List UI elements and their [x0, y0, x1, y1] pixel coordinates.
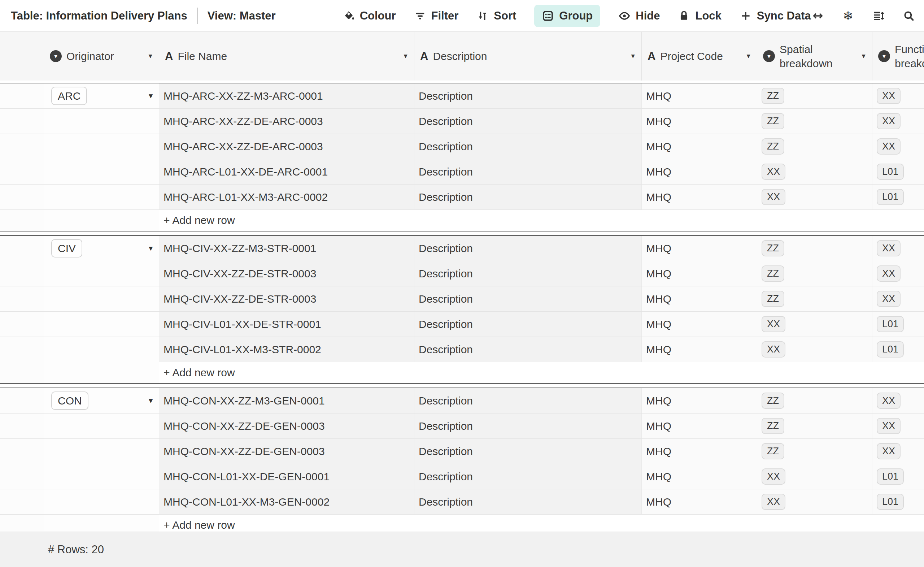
functional-breakdown-cell[interactable]: XX	[872, 388, 924, 413]
functional-breakdown-cell[interactable]: XX	[872, 236, 924, 261]
functional-breakdown-cell[interactable]: XX	[872, 134, 924, 159]
spatial-breakdown-cell[interactable]: XX	[757, 464, 872, 489]
originator-cell[interactable]	[44, 185, 159, 209]
project-code-cell[interactable]: MHQ	[642, 286, 757, 311]
row-gutter[interactable]	[0, 236, 44, 261]
row-gutter[interactable]	[0, 337, 44, 362]
freeze-button[interactable]: ❄	[842, 9, 855, 23]
functional-breakdown-cell[interactable]: L01	[872, 489, 924, 514]
project-code-cell[interactable]: MHQ	[642, 312, 757, 337]
group-collapse-caret[interactable]: ▼	[147, 92, 154, 100]
spatial-breakdown-cell[interactable]: ZZ	[757, 236, 872, 261]
description-cell[interactable]: Description	[414, 286, 642, 311]
sort-button[interactable]: Sort	[476, 9, 516, 23]
column-header-spatial-breakdown[interactable]: ▼ Spatial breakdown ▼	[757, 32, 872, 81]
originator-cell[interactable]: ARC▼	[44, 83, 159, 108]
description-cell[interactable]: Description	[414, 261, 642, 286]
project-code-cell[interactable]: MHQ	[642, 261, 757, 286]
column-menu-caret[interactable]: ▼	[746, 53, 752, 60]
group-value-pill[interactable]: CIV	[51, 239, 82, 258]
file-name-cell[interactable]: MHQ-CON-L01-XX-M3-GEN-0002	[159, 489, 414, 514]
file-name-cell[interactable]: MHQ-ARC-XX-ZZ-DE-ARC-0003	[159, 134, 414, 159]
description-cell[interactable]: Description	[414, 185, 642, 209]
originator-cell[interactable]	[44, 414, 159, 438]
originator-cell[interactable]: CON▼	[44, 388, 159, 413]
spatial-breakdown-cell[interactable]: XX	[757, 489, 872, 514]
description-cell[interactable]: Description	[414, 159, 642, 184]
file-name-cell[interactable]: MHQ-ARC-L01-XX-M3-ARC-0002	[159, 185, 414, 209]
row-gutter[interactable]	[0, 109, 44, 134]
row-gutter[interactable]	[0, 489, 44, 514]
row-gutter[interactable]	[0, 134, 44, 159]
description-cell[interactable]: Description	[414, 134, 642, 159]
originator-cell[interactable]	[44, 337, 159, 362]
file-name-cell[interactable]: MHQ-CIV-L01-XX-DE-STR-0001	[159, 312, 414, 337]
functional-breakdown-cell[interactable]: XX	[872, 414, 924, 438]
file-name-cell[interactable]: MHQ-CON-XX-ZZ-M3-GEN-0001	[159, 388, 414, 413]
spatial-breakdown-cell[interactable]: XX	[757, 337, 872, 362]
file-name-cell[interactable]: MHQ-CIV-XX-ZZ-DE-STR-0003	[159, 286, 414, 311]
search-button[interactable]	[902, 9, 916, 23]
add-new-row-label[interactable]: + Add new row	[159, 362, 924, 383]
row-gutter[interactable]	[0, 439, 44, 464]
project-code-cell[interactable]: MHQ	[642, 489, 757, 514]
description-cell[interactable]: Description	[414, 464, 642, 489]
row-gutter[interactable]	[0, 83, 44, 108]
file-name-cell[interactable]: MHQ-ARC-XX-ZZ-DE-ARC-0003	[159, 109, 414, 134]
project-code-cell[interactable]: MHQ	[642, 439, 757, 464]
functional-breakdown-cell[interactable]: L01	[872, 159, 924, 184]
column-menu-caret[interactable]: ▼	[402, 53, 409, 60]
group-value-pill[interactable]: ARC	[51, 87, 87, 105]
row-gutter[interactable]	[0, 159, 44, 184]
row-gutter[interactable]	[0, 261, 44, 286]
originator-cell[interactable]	[44, 312, 159, 337]
sync-data-button[interactable]: Sync Data	[740, 9, 811, 23]
functional-breakdown-cell[interactable]: XX	[872, 261, 924, 286]
description-cell[interactable]: Description	[414, 337, 642, 362]
add-new-row[interactable]: + Add new row	[0, 210, 924, 231]
project-code-cell[interactable]: MHQ	[642, 83, 757, 108]
functional-breakdown-cell[interactable]: L01	[872, 312, 924, 337]
group-button[interactable]: Group	[534, 5, 600, 27]
filter-button[interactable]: Filter	[414, 9, 459, 23]
project-code-cell[interactable]: MHQ	[642, 185, 757, 209]
file-name-cell[interactable]: MHQ-CIV-L01-XX-M3-STR-0002	[159, 337, 414, 362]
project-code-cell[interactable]: MHQ	[642, 236, 757, 261]
project-code-cell[interactable]: MHQ	[642, 464, 757, 489]
originator-cell[interactable]	[44, 159, 159, 184]
row-gutter[interactable]	[0, 464, 44, 489]
column-menu-caret[interactable]: ▼	[861, 53, 867, 60]
file-name-cell[interactable]: MHQ-ARC-XX-ZZ-M3-ARC-0001	[159, 83, 414, 108]
group-value-pill[interactable]: CON	[51, 391, 88, 410]
spatial-breakdown-cell[interactable]: ZZ	[757, 439, 872, 464]
project-code-cell[interactable]: MHQ	[642, 337, 757, 362]
description-cell[interactable]: Description	[414, 236, 642, 261]
column-header-description[interactable]: A Description ▼	[414, 32, 642, 81]
spatial-breakdown-cell[interactable]: XX	[757, 312, 872, 337]
spatial-breakdown-cell[interactable]: ZZ	[757, 414, 872, 438]
project-code-cell[interactable]: MHQ	[642, 134, 757, 159]
functional-breakdown-cell[interactable]: XX	[872, 286, 924, 311]
project-code-cell[interactable]: MHQ	[642, 159, 757, 184]
description-cell[interactable]: Description	[414, 414, 642, 438]
spatial-breakdown-cell[interactable]: XX	[757, 159, 872, 184]
column-menu-caret[interactable]: ▼	[147, 53, 153, 60]
project-code-cell[interactable]: MHQ	[642, 414, 757, 438]
resize-columns-button[interactable]	[811, 9, 825, 23]
functional-breakdown-cell[interactable]: L01	[872, 464, 924, 489]
description-cell[interactable]: Description	[414, 312, 642, 337]
originator-cell[interactable]	[44, 439, 159, 464]
project-code-cell[interactable]: MHQ	[642, 109, 757, 134]
file-name-cell[interactable]: MHQ-CON-L01-XX-DE-GEN-0001	[159, 464, 414, 489]
spatial-breakdown-cell[interactable]: ZZ	[757, 109, 872, 134]
colour-button[interactable]: Colour	[342, 9, 396, 23]
description-cell[interactable]: Description	[414, 109, 642, 134]
functional-breakdown-cell[interactable]: XX	[872, 109, 924, 134]
file-name-cell[interactable]: MHQ-CON-XX-ZZ-DE-GEN-0003	[159, 414, 414, 438]
group-collapse-caret[interactable]: ▼	[147, 397, 154, 405]
row-gutter[interactable]	[0, 312, 44, 337]
description-cell[interactable]: Description	[414, 489, 642, 514]
originator-cell[interactable]	[44, 489, 159, 514]
row-height-button[interactable]	[872, 9, 885, 23]
project-code-cell[interactable]: MHQ	[642, 388, 757, 413]
